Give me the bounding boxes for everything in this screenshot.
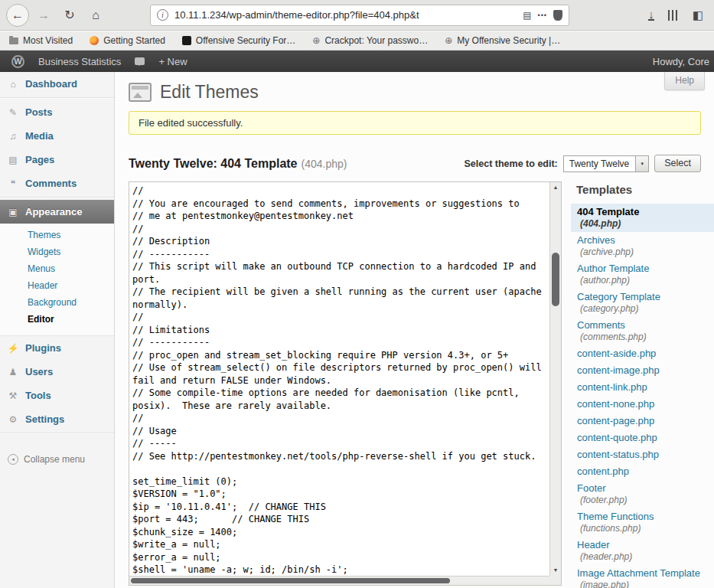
template-link[interactable]: Category Template <box>577 291 708 302</box>
page-header: Edit Themes <box>129 82 714 103</box>
bookmark-most-visited[interactable]: Most Visited <box>9 35 73 46</box>
template-file: (author.php) <box>580 276 708 286</box>
bookmark-my-offensive-security[interactable]: ⊕My Offensive Security |… <box>445 35 560 46</box>
url-bar[interactable]: i 10.11.1.234/wp-admin/theme-editor.php?… <box>150 5 569 26</box>
template-link[interactable]: 404 Template <box>577 206 708 217</box>
template-item-content-link[interactable]: content-link.php <box>571 379 714 396</box>
sidebar-item-media[interactable]: ♫Media <box>0 124 114 148</box>
template-link[interactable]: content-page.php <box>577 415 708 426</box>
template-item-content-php[interactable]: content.php <box>571 463 714 480</box>
sidebar-toggle-icon[interactable]: ◧ <box>693 8 703 22</box>
menu-label: Posts <box>25 106 52 118</box>
site-info-icon[interactable]: i <box>157 9 168 21</box>
template-link[interactable]: Theme Functions <box>577 511 708 522</box>
sidebar-item-comments[interactable]: ❝Comments <box>0 172 114 195</box>
template-item-comments[interactable]: Comments(comments.php) <box>571 317 714 345</box>
submenu-item-menus[interactable]: Menus <box>0 260 114 277</box>
comments-bubble-icon <box>135 57 145 65</box>
menu-separator <box>0 197 114 198</box>
file-name: (404.php) <box>302 158 347 170</box>
template-link[interactable]: content-quote.php <box>577 432 708 443</box>
home-icon: ⌂ <box>92 8 99 22</box>
bookmark-getting-started[interactable]: Getting Started <box>90 35 165 46</box>
template-item-content-status[interactable]: content-status.php <box>571 446 714 463</box>
code-editor[interactable]: // // You are encouraged to send comment… <box>129 181 562 586</box>
template-link[interactable]: Footer <box>577 482 708 494</box>
submenu-item-widgets[interactable]: Widgets <box>0 243 114 260</box>
new-content-menu[interactable]: + New <box>152 51 194 72</box>
reader-mode-icon[interactable]: ▤ <box>523 10 531 21</box>
template-link[interactable]: Comments <box>577 319 708 331</box>
horizontal-scroll-thumb[interactable] <box>131 578 450 583</box>
editor-horizontal-scrollbar[interactable] <box>129 576 549 585</box>
template-link[interactable]: content-aside.php <box>577 348 708 359</box>
url-text[interactable]: 10.11.1.234/wp-admin/theme-editor.php?fi… <box>174 9 517 21</box>
sidebar-item-pages[interactable]: ▤Pages <box>0 148 114 172</box>
page-actions-icon[interactable]: ••• <box>538 11 547 19</box>
template-item-content-page[interactable]: content-page.php <box>571 413 714 430</box>
wp-logo-menu[interactable]: W <box>5 51 31 72</box>
downloads-icon[interactable]: ↓ <box>648 9 654 21</box>
forward-button[interactable]: → <box>32 4 55 27</box>
template-item-archives[interactable]: Archives(archive.php) <box>571 232 714 260</box>
library-icon[interactable] <box>668 10 679 21</box>
site-name-menu[interactable]: Business Statistics <box>31 51 128 72</box>
template-item-image-attachment[interactable]: Image Attachment Template(image.php) <box>571 565 714 588</box>
template-link[interactable]: Archives <box>577 234 708 246</box>
template-item-footer[interactable]: Footer(footer.php) <box>571 480 714 508</box>
bookmark-crackpot[interactable]: ⊕Crackpot: Your passwo… <box>312 35 428 46</box>
template-item-content-none[interactable]: content-none.php <box>571 396 714 413</box>
select-theme-button[interactable]: Select <box>654 155 701 172</box>
tools-icon: ⚒ <box>7 390 19 401</box>
template-link[interactable]: content.php <box>577 466 708 477</box>
template-item-header[interactable]: Header(header.php) <box>571 537 714 565</box>
template-item-functions[interactable]: Theme Functions(functions.php) <box>571 508 714 537</box>
template-item-content-aside[interactable]: content-aside.php <box>571 345 714 362</box>
code-textarea[interactable]: // // You are encouraged to send comment… <box>129 182 549 576</box>
template-link[interactable]: content-status.php <box>577 449 708 460</box>
howdy-account-menu[interactable]: Howdy, Core <box>647 56 709 67</box>
sidebar-item-tools[interactable]: ⚒Tools <box>0 384 114 407</box>
collapse-menu-button[interactable]: ◄Collapse menu <box>0 448 114 471</box>
submenu-item-editor[interactable]: Editor <box>0 311 114 328</box>
template-link[interactable]: Image Attachment Template <box>577 567 708 579</box>
template-link[interactable]: content-image.php <box>577 364 708 376</box>
home-button[interactable]: ⌂ <box>84 4 107 27</box>
sidebar-item-users[interactable]: ♟Users <box>0 360 114 384</box>
settings-icon: ⚙ <box>7 414 19 425</box>
template-item-category[interactable]: Category Template(category.php) <box>571 289 714 317</box>
scroll-up-icon[interactable]: ▲ <box>550 183 561 192</box>
template-link[interactable]: Author Template <box>577 263 708 274</box>
reload-button[interactable]: ↻ <box>58 4 81 27</box>
submenu-item-background[interactable]: Background <box>0 294 114 311</box>
template-item-author[interactable]: Author Template(author.php) <box>571 260 714 289</box>
help-button[interactable]: Help <box>664 72 705 90</box>
template-item-content-quote[interactable]: content-quote.php <box>571 430 714 446</box>
bookmark-offensive-security[interactable]: Offensive Security For… <box>182 35 296 46</box>
editor-vertical-scrollbar[interactable]: ▲ ▼ <box>549 182 561 576</box>
template-item-content-image[interactable]: content-image.php <box>571 362 714 379</box>
template-link[interactable]: content-link.php <box>577 381 708 393</box>
sidebar-item-appearance[interactable]: ▣Appearance <box>0 200 114 224</box>
sidebar-item-dashboard[interactable]: ⌂Dashboard <box>0 72 114 96</box>
template-item-404[interactable]: 404 Template(404.php) <box>571 204 714 232</box>
sidebar-item-settings[interactable]: ⚙Settings <box>0 407 114 431</box>
back-icon: ← <box>11 8 24 22</box>
templates-heading: Templates <box>576 183 714 196</box>
submenu-item-themes[interactable]: Themes <box>0 227 114 243</box>
comments-menu[interactable] <box>128 51 152 72</box>
bookmark-icon[interactable] <box>553 10 562 21</box>
appearance-icon: ▣ <box>7 207 19 217</box>
theme-select-dropdown[interactable]: Twenty Twelve ▼ <box>563 155 649 172</box>
template-link[interactable]: content-none.php <box>577 398 708 410</box>
submenu-item-header[interactable]: Header <box>0 277 114 294</box>
template-file: (category.php) <box>580 304 708 314</box>
menu-label: Pages <box>25 154 54 165</box>
back-button[interactable]: ← <box>6 4 29 27</box>
template-link[interactable]: Header <box>577 539 708 550</box>
site-favicon <box>182 36 191 45</box>
sidebar-item-posts[interactable]: ✎Posts <box>0 100 114 124</box>
scroll-down-icon[interactable]: ▼ <box>550 566 561 575</box>
sidebar-item-plugins[interactable]: ⚡Plugins <box>0 336 114 360</box>
vertical-scroll-thumb[interactable] <box>552 253 559 306</box>
